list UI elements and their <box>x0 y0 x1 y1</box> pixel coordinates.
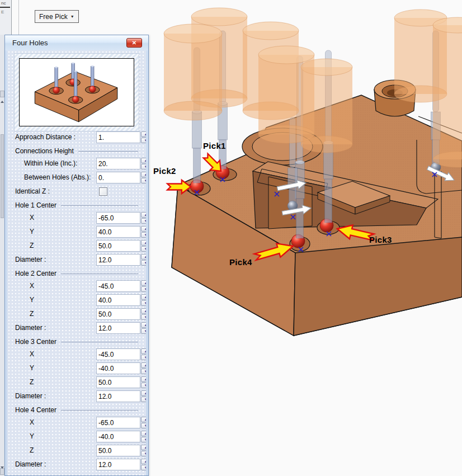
pick4-label: Pick4 <box>229 257 252 267</box>
panel-glyph: nc <box>1 1 11 6</box>
hole-1-y-input[interactable] <box>96 226 140 238</box>
spin-down-button[interactable]: ▼ <box>141 451 146 456</box>
spin-down-button[interactable]: ▼ <box>141 246 146 252</box>
spin-up-button[interactable]: ▲ <box>141 417 146 422</box>
separator-line <box>61 410 138 411</box>
hole-1-header: Hole 1 Center <box>14 201 139 210</box>
hole-3-diameter-row: Diameter : ▲▼ <box>14 390 139 402</box>
spin-down-button[interactable]: ▼ <box>141 355 146 360</box>
stock-cylinder <box>258 46 314 143</box>
spinner: ▲▼ <box>141 280 146 292</box>
spinner: ▲ ▼ <box>141 131 146 143</box>
background-scrollbar[interactable] <box>0 35 4 476</box>
hole-1-z-input[interactable] <box>96 240 140 252</box>
hole-3-z-row: Z ▲▼ <box>14 376 139 388</box>
approach-distance-input[interactable] <box>96 131 140 143</box>
spin-up-button[interactable]: ▲ <box>141 280 146 286</box>
spin-down-button[interactable]: ▼ <box>141 397 146 402</box>
hole-1-y-row: Y ▲▼ <box>14 226 139 238</box>
spin-up-button[interactable]: ▲ <box>141 362 146 368</box>
pick3-label: Pick3 <box>369 235 392 244</box>
spin-down-button[interactable]: ▼ <box>141 465 146 470</box>
scroll-up-button[interactable] <box>0 91 4 97</box>
spin-up-button[interactable]: ▲ <box>141 131 146 137</box>
within-hole-input[interactable] <box>96 158 140 169</box>
connections-height-header: Connections Height <box>14 147 139 155</box>
stock-cylinder <box>164 24 222 120</box>
spinner: ▲▼ <box>141 240 146 252</box>
spin-up-button[interactable]: ▲ <box>141 254 146 260</box>
spin-up-button[interactable]: ▲ <box>141 226 146 232</box>
hole-4-z-row: Z ▲▼ <box>14 445 139 456</box>
panel-glyph: E <box>1 10 11 15</box>
hole-2-z-input[interactable] <box>96 308 140 320</box>
spin-down-button[interactable]: ▼ <box>141 286 146 292</box>
spin-up-button[interactable]: ▲ <box>141 240 146 246</box>
spin-down-button[interactable]: ▼ <box>141 138 146 143</box>
spin-up-button[interactable]: ▲ <box>141 376 146 382</box>
spin-down-button[interactable]: ▼ <box>141 164 146 169</box>
free-pick-dropdown-button[interactable]: Free Pick ▼ <box>35 10 79 23</box>
spin-up-button[interactable]: ▲ <box>141 158 146 163</box>
spin-up-button[interactable]: ▲ <box>141 322 146 328</box>
hole-1-diameter-input[interactable] <box>96 254 140 266</box>
preview-illustration <box>20 59 134 126</box>
spinner: ▲▼ <box>141 322 146 334</box>
hole-2-y-input[interactable] <box>96 294 140 306</box>
spin-up-button[interactable]: ▲ <box>141 431 146 436</box>
spin-down-button[interactable]: ▼ <box>141 232 146 238</box>
spin-up-button[interactable]: ▲ <box>141 348 146 354</box>
spinner: ▲ ▼ <box>141 172 146 183</box>
four-holes-dialog: Four Holes ✕ <box>4 35 149 476</box>
spinner: ▲▼ <box>141 254 146 266</box>
close-icon: ✕ <box>132 40 136 46</box>
spin-down-button[interactable]: ▼ <box>141 423 146 428</box>
hole-2-x-row: X ▲▼ <box>14 280 139 292</box>
field-label: Diameter : <box>15 459 46 470</box>
spin-up-button[interactable]: ▲ <box>141 390 146 396</box>
spin-down-button[interactable]: ▼ <box>141 328 146 334</box>
dialog-titlebar[interactable]: Four Holes ✕ <box>5 35 148 50</box>
hole-4-y-input[interactable] <box>96 431 140 442</box>
spin-down-button[interactable]: ▼ <box>141 300 146 306</box>
field-label: X <box>30 212 34 224</box>
spin-up-button[interactable]: ▲ <box>141 172 146 177</box>
spin-down-button[interactable]: ▼ <box>141 178 146 183</box>
field-label: Z <box>30 240 34 252</box>
hole-2-header: Hole 2 Center <box>14 269 139 278</box>
scroll-down-button[interactable] <box>0 468 4 475</box>
hole-2-diameter-input[interactable] <box>96 322 140 334</box>
identical-z-checkbox[interactable] <box>99 187 107 196</box>
between-holes-input[interactable] <box>96 172 140 183</box>
spin-down-button[interactable]: ▼ <box>141 383 146 388</box>
spin-down-button[interactable]: ▼ <box>141 218 146 224</box>
spin-down-button[interactable]: ▼ <box>141 314 146 320</box>
hole-3-x-input[interactable] <box>96 348 140 360</box>
field-label: Z <box>30 376 34 388</box>
spin-up-button[interactable]: ▲ <box>141 445 146 450</box>
spin-up-button[interactable]: ▲ <box>141 308 146 314</box>
spin-up-button[interactable]: ▲ <box>141 212 146 218</box>
spin-up-button[interactable]: ▲ <box>141 459 146 464</box>
hole-3-diameter-input[interactable] <box>96 390 140 402</box>
pick2-label: Pick2 <box>153 166 176 176</box>
scrollbar-thumb[interactable] <box>1 134 4 218</box>
spin-down-button[interactable]: ▼ <box>141 437 146 442</box>
spinner: ▲▼ <box>141 348 146 360</box>
hole-3-y-input[interactable] <box>96 362 140 374</box>
application-window: Pick1 Pick2 Pick3 Pick4 nc E Free Pick ▼… <box>0 0 462 476</box>
hole-2-z-row: Z ▲▼ <box>14 308 139 320</box>
close-button[interactable]: ✕ <box>126 38 142 48</box>
free-pick-label: Free Pick <box>39 13 68 21</box>
spinner: ▲▼ <box>141 362 146 374</box>
hole-2-x-input[interactable] <box>96 280 140 292</box>
hole-3-z-input[interactable] <box>96 376 140 388</box>
hole-4-x-input[interactable] <box>96 417 140 428</box>
hole-4-diameter-input[interactable] <box>96 459 140 470</box>
spin-up-button[interactable]: ▲ <box>141 294 146 300</box>
hole-1-x-input[interactable] <box>96 212 140 224</box>
spin-down-button[interactable]: ▼ <box>141 260 146 266</box>
hole-4-z-input[interactable] <box>96 445 140 456</box>
spin-down-button[interactable]: ▼ <box>141 369 146 374</box>
separator-line <box>61 205 138 206</box>
